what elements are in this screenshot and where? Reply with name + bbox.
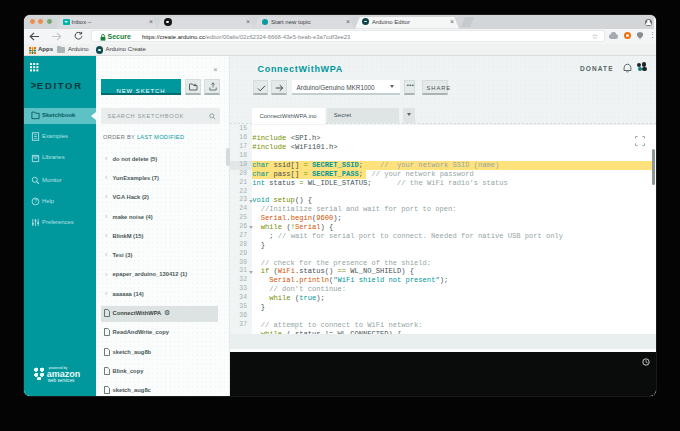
svg-text:?: ? — [34, 200, 37, 205]
